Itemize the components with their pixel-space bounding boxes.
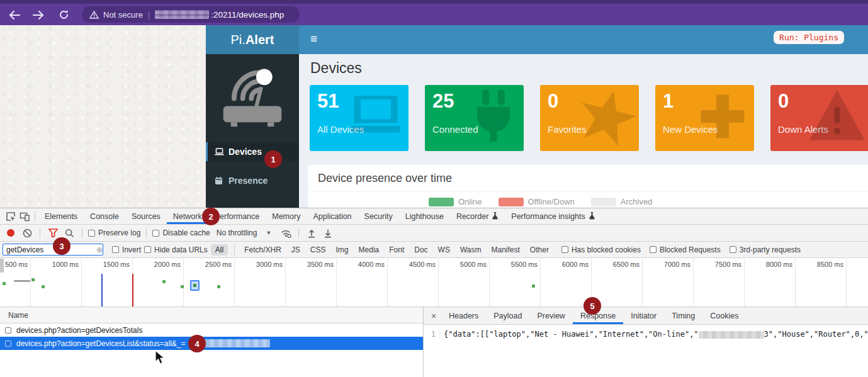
tab-label: Memory bbox=[272, 212, 300, 221]
import-har-icon[interactable] bbox=[305, 227, 318, 239]
address-bar[interactable]: Not secure | :20211/devices.php bbox=[82, 6, 300, 23]
preserve-log-checkbox[interactable]: Preserve log bbox=[88, 228, 140, 237]
summary-cards: 51All Devices25Connected0Favorites1New D… bbox=[310, 85, 868, 151]
reload-icon[interactable] bbox=[54, 8, 73, 21]
app-logo[interactable]: Pi.Alert bbox=[206, 25, 299, 54]
timeline-gridline bbox=[30, 259, 31, 307]
timeline-gridline bbox=[489, 259, 490, 307]
invert-checkbox[interactable]: Invert bbox=[112, 245, 141, 254]
pialert-window: Pi.Alert ≡ Run: Plugins Syn (28/ bbox=[206, 25, 868, 208]
clear-network-log-icon[interactable] bbox=[20, 227, 34, 239]
timeline-tick-label: 6500 ms bbox=[595, 261, 640, 268]
filter-type-ws[interactable]: WS bbox=[435, 244, 453, 256]
network-conditions-icon[interactable] bbox=[279, 227, 293, 239]
export-har-icon[interactable] bbox=[321, 227, 335, 239]
details-tab-initiator[interactable]: Initiator bbox=[623, 307, 664, 324]
tab-console[interactable]: Console bbox=[84, 208, 125, 224]
sidebar-item-presence[interactable]: Presence bbox=[206, 171, 299, 190]
back-icon[interactable] bbox=[5, 8, 24, 21]
tab-memory[interactable]: Memory bbox=[266, 208, 307, 224]
page-title: Devices bbox=[310, 60, 868, 77]
details-tab-payload[interactable]: Payload bbox=[486, 307, 529, 324]
legend-item-offline-down: Offline/Down bbox=[499, 197, 575, 206]
request-row[interactable]: devices.php?action=getDevicesTotals bbox=[0, 324, 423, 337]
tab-lighthouse[interactable]: Lighthouse bbox=[399, 208, 450, 224]
card-connected[interactable]: 25Connected bbox=[425, 85, 524, 151]
inspect-element-icon[interactable] bbox=[4, 210, 18, 223]
close-icon[interactable]: × bbox=[426, 311, 441, 321]
details-tab-timing[interactable]: Timing bbox=[664, 307, 702, 324]
router-logo-icon bbox=[215, 63, 290, 133]
tab-performance-insights[interactable]: Performance insights bbox=[505, 208, 601, 224]
hamburger-menu-icon[interactable]: ≡ bbox=[310, 32, 317, 46]
checkbox[interactable] bbox=[5, 327, 11, 334]
card-down-alerts[interactable]: 0Down Alerts bbox=[770, 85, 868, 151]
details-tab-preview[interactable]: Preview bbox=[529, 307, 572, 324]
devtools-tabs: ElementsConsoleSourcesNetworkPerformance… bbox=[38, 208, 602, 224]
checkbox-blocked-requests[interactable]: Blocked Requests bbox=[650, 245, 721, 254]
line-number-gutter: 1 bbox=[424, 330, 440, 339]
filter-type-img[interactable]: Img bbox=[333, 244, 352, 256]
filter-type-media[interactable]: Media bbox=[356, 244, 383, 256]
timeline-gridline bbox=[744, 259, 745, 307]
timeline-tick-label: 1500 ms bbox=[86, 261, 130, 268]
card-new-devices[interactable]: 1New Devices bbox=[655, 85, 754, 151]
request-list-header[interactable]: Name bbox=[0, 307, 423, 324]
checkbox-has-blocked-cookies[interactable]: Has blocked cookies bbox=[561, 245, 641, 254]
forward-icon[interactable] bbox=[29, 8, 48, 21]
details-tab-headers[interactable]: Headers bbox=[441, 307, 486, 324]
filter-type-manifest[interactable]: Manifest bbox=[488, 244, 523, 256]
tab-label: Console bbox=[90, 212, 119, 221]
tab-application[interactable]: Application bbox=[307, 208, 358, 224]
request-name: devices.php?action=getDevicesTotals bbox=[16, 326, 142, 335]
checkbox[interactable] bbox=[152, 230, 159, 237]
checkbox[interactable] bbox=[112, 246, 119, 253]
filter-type-css[interactable]: CSS bbox=[307, 244, 329, 256]
request-row[interactable]: devices.php?action=getDevicesList&status… bbox=[0, 337, 423, 350]
request-details-panel: × HeadersPayloadPreviewResponseInitiator… bbox=[423, 307, 868, 377]
checkbox[interactable] bbox=[650, 246, 657, 253]
divider bbox=[82, 228, 82, 238]
hide-data-urls-label: Hide data URLs bbox=[154, 245, 208, 254]
sidebar-item-devices[interactable]: Devices bbox=[206, 142, 299, 161]
run-plugins-button[interactable]: Run: Plugins bbox=[774, 31, 844, 44]
clear-filter-icon[interactable]: ⊗ bbox=[96, 245, 103, 254]
device-toolbar-icon[interactable] bbox=[18, 210, 31, 223]
filter-type-other[interactable]: Other bbox=[527, 244, 552, 256]
laptop-icon bbox=[215, 148, 228, 155]
filter-type-wasm[interactable]: Wasm bbox=[457, 244, 485, 256]
timeline-tick-label: 2500 ms bbox=[188, 261, 232, 268]
throttling-value: No throttling bbox=[217, 228, 257, 237]
filter-type-fetchxhr[interactable]: Fetch/XHR bbox=[241, 244, 285, 256]
checkbox[interactable] bbox=[5, 340, 11, 347]
redacted-value bbox=[699, 331, 764, 339]
checkbox[interactable] bbox=[561, 246, 568, 253]
throttling-dropdown[interactable]: No throttling ▼ bbox=[217, 228, 272, 237]
checkbox[interactable] bbox=[730, 246, 736, 253]
devtools-panel: ElementsConsoleSourcesNetworkPerformance… bbox=[0, 208, 868, 377]
checkbox-3rd-party-requests[interactable]: 3rd-party requests bbox=[730, 245, 801, 254]
card-favorites[interactable]: 0Favorites bbox=[540, 85, 639, 151]
filter-icon[interactable] bbox=[46, 227, 60, 239]
disable-cache-checkbox[interactable]: Disable cache bbox=[152, 228, 210, 237]
filter-type-js[interactable]: JS bbox=[288, 244, 303, 256]
tab-elements[interactable]: Elements bbox=[38, 208, 84, 224]
hide-data-urls-checkbox[interactable]: Hide data URLs bbox=[144, 245, 208, 254]
tab-security[interactable]: Security bbox=[358, 208, 399, 224]
network-overview-timeline[interactable]: 500 ms1000 ms1500 ms2000 ms2500 ms3000 m… bbox=[0, 259, 868, 307]
checkbox[interactable] bbox=[144, 246, 151, 253]
legend-label: Online bbox=[458, 197, 482, 206]
checkbox[interactable] bbox=[88, 230, 95, 237]
filter-type-font[interactable]: Font bbox=[386, 244, 407, 256]
waterfall-dot bbox=[532, 284, 535, 288]
tab-sources[interactable]: Sources bbox=[125, 208, 167, 224]
card-all-devices[interactable]: 51All Devices bbox=[310, 85, 409, 151]
tab-label: Performance bbox=[215, 212, 260, 221]
tab-recorder[interactable]: Recorder bbox=[450, 208, 505, 224]
plug-icon bbox=[466, 87, 521, 148]
sidebar-item-label: Presence bbox=[228, 176, 268, 186]
details-tab-cookies[interactable]: Cookies bbox=[702, 307, 746, 324]
filter-type-doc[interactable]: Doc bbox=[411, 244, 431, 256]
filter-all-pill[interactable]: All bbox=[211, 244, 228, 256]
record-network-log-icon[interactable] bbox=[4, 227, 18, 239]
